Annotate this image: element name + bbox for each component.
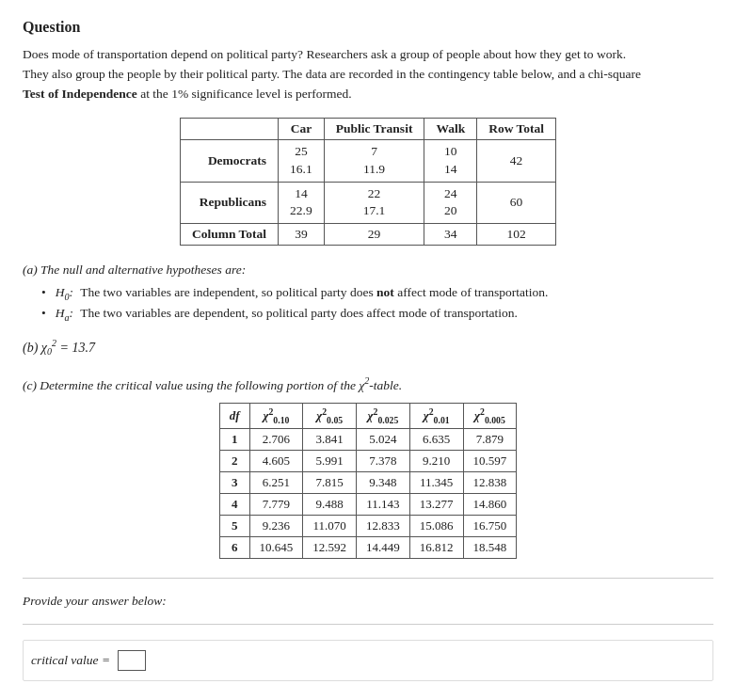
cv-table-row: 610.64512.59214.44916.81218.548 xyxy=(219,536,517,558)
question-description: Does mode of transportation depend on po… xyxy=(23,45,713,104)
cv-cell-1-2: 5.991 xyxy=(303,450,357,471)
table-row-republicans: Republicans 1422.9 2217.1 2420 60 xyxy=(180,182,555,224)
answer-row: critical value = xyxy=(23,640,713,681)
cv-table-row: 47.7799.48811.14313.27714.860 xyxy=(219,493,517,515)
cv-table-row: 24.6055.9917.3789.21010.597 xyxy=(219,450,517,471)
cv-cell-2-1: 6.251 xyxy=(249,471,303,493)
cv-table-row: 12.7063.8415.0246.6357.879 xyxy=(219,428,517,450)
cv-cell-3-0: 4 xyxy=(219,493,249,515)
cv-cell-0-5: 7.879 xyxy=(463,428,517,450)
cv-cell-4-2: 11.070 xyxy=(303,515,357,536)
democrats-transit: 711.9 xyxy=(324,139,424,182)
cv-cell-2-5: 12.838 xyxy=(463,471,517,493)
cv-cell-3-1: 7.779 xyxy=(249,493,303,515)
cv-cell-2-0: 3 xyxy=(219,471,249,493)
cv-cell-2-3: 9.348 xyxy=(357,471,410,493)
cv-cell-1-5: 10.597 xyxy=(463,450,517,471)
chi-superscript-2: 2 xyxy=(52,338,56,348)
page-heading: Question xyxy=(23,19,713,36)
divider-1 xyxy=(23,578,713,579)
part-b-label: (b) xyxy=(23,340,41,354)
cv-table: df χ20.10 χ20.05 χ20.025 χ20.01 χ20.005 … xyxy=(219,403,518,559)
critical-value-label: critical value = xyxy=(31,653,110,668)
row-label-republicans: Republicans xyxy=(180,182,278,224)
cv-col-001: χ20.01 xyxy=(409,403,463,428)
row-label-column-total: Column Total xyxy=(180,224,278,246)
cv-cell-2-4: 11.345 xyxy=(409,471,463,493)
col-header-walk: Walk xyxy=(424,118,477,139)
chi-square-value: = 13.7 xyxy=(60,340,95,354)
cv-cell-1-4: 9.210 xyxy=(409,450,463,471)
republicans-walk: 2420 xyxy=(424,182,477,224)
republicans-transit: 2217.1 xyxy=(324,182,424,224)
cv-col-005: χ20.05 xyxy=(303,403,357,428)
row-label-democrats: Democrats xyxy=(180,139,278,182)
part-b-section: (b) χ02 = 13.7 xyxy=(23,338,713,357)
cv-cell-4-3: 12.833 xyxy=(357,515,410,536)
col-total-grand: 102 xyxy=(477,224,556,246)
col-header-blank xyxy=(180,118,278,139)
cv-col-0025: χ20.025 xyxy=(357,403,410,428)
cv-cell-1-1: 4.605 xyxy=(249,450,303,471)
cv-table-row: 59.23611.07012.83315.08616.750 xyxy=(219,515,517,536)
republicans-row-total: 60 xyxy=(477,182,556,224)
cv-col-df: df xyxy=(219,403,249,428)
democrats-walk: 1014 xyxy=(424,139,477,182)
cv-cell-5-3: 14.449 xyxy=(357,536,410,558)
part-c-label: (c) Determine the critical value using t… xyxy=(23,375,713,393)
null-hypothesis: • H0: The two variables are independent,… xyxy=(41,285,713,302)
cv-cell-4-1: 9.236 xyxy=(249,515,303,536)
alt-h-text: The two variables are dependent, so poli… xyxy=(77,306,518,321)
cv-cell-2-2: 7.815 xyxy=(303,471,357,493)
cv-col-010: χ20.10 xyxy=(249,403,303,428)
cv-cell-1-3: 7.378 xyxy=(357,450,410,471)
cv-cell-3-5: 14.860 xyxy=(463,493,517,515)
cv-col-0005: χ20.005 xyxy=(463,403,517,428)
cv-cell-3-4: 13.277 xyxy=(409,493,463,515)
cv-cell-5-2: 12.592 xyxy=(303,536,357,558)
null-h-symbol: H0: xyxy=(56,285,73,302)
col-header-transit: Public Transit xyxy=(324,118,424,139)
cv-cell-0-3: 5.024 xyxy=(357,428,410,450)
bullet-alt: • xyxy=(41,306,46,321)
critical-value-input-box[interactable] xyxy=(118,650,146,671)
cv-cell-3-2: 9.488 xyxy=(303,493,357,515)
cv-cell-1-0: 2 xyxy=(219,450,249,471)
contingency-table-wrap: Car Public Transit Walk Row Total Democr… xyxy=(23,118,713,247)
republicans-car: 1422.9 xyxy=(279,182,325,224)
cv-cell-4-5: 16.750 xyxy=(463,515,517,536)
cv-cell-3-3: 11.143 xyxy=(357,493,410,515)
democrats-row-total: 42 xyxy=(477,139,556,182)
table-row-democrats: Democrats 2516.1 711.9 1014 42 xyxy=(180,139,555,182)
question-line-1: Does mode of transportation depend on po… xyxy=(23,47,626,61)
democrats-car: 2516.1 xyxy=(279,139,325,182)
cv-cell-5-1: 10.645 xyxy=(249,536,303,558)
col-total-transit: 29 xyxy=(324,224,424,246)
hypotheses-section: • H0: The two variables are independent,… xyxy=(41,285,713,322)
test-name: Test of Independence xyxy=(23,87,137,101)
cv-cell-4-0: 5 xyxy=(219,515,249,536)
cv-table-row: 36.2517.8159.34811.34512.838 xyxy=(219,471,517,493)
cv-cell-5-0: 6 xyxy=(219,536,249,558)
cv-cell-0-1: 2.706 xyxy=(249,428,303,450)
cv-cell-5-5: 18.548 xyxy=(463,536,517,558)
col-header-row-total: Row Total xyxy=(477,118,556,139)
cv-cell-5-4: 16.812 xyxy=(409,536,463,558)
alt-hypothesis: • Ha: The two variables are dependent, s… xyxy=(41,306,713,323)
cv-cell-0-2: 3.841 xyxy=(303,428,357,450)
provide-answer-label: Provide your answer below: xyxy=(23,594,713,609)
table-row-column-total: Column Total 39 29 34 102 xyxy=(180,224,555,246)
cv-cell-4-4: 15.086 xyxy=(409,515,463,536)
question-line-4: at the 1% significance level is performe… xyxy=(137,87,352,101)
part-a-label: (a) The null and alternative hypotheses … xyxy=(23,262,713,278)
bullet-null: • xyxy=(41,285,46,300)
null-h-text: The two variables are independent, so po… xyxy=(77,285,548,300)
cv-header-row: df χ20.10 χ20.05 χ20.025 χ20.01 χ20.005 xyxy=(219,403,517,428)
cv-cell-0-4: 6.635 xyxy=(409,428,463,450)
question-line-2: They also group the people by their poli… xyxy=(23,67,641,81)
alt-h-symbol: Ha: xyxy=(56,306,73,323)
col-total-walk: 34 xyxy=(424,224,477,246)
col-header-car: Car xyxy=(279,118,325,139)
contingency-table: Car Public Transit Walk Row Total Democr… xyxy=(180,118,556,247)
cv-cell-0-0: 1 xyxy=(219,428,249,450)
